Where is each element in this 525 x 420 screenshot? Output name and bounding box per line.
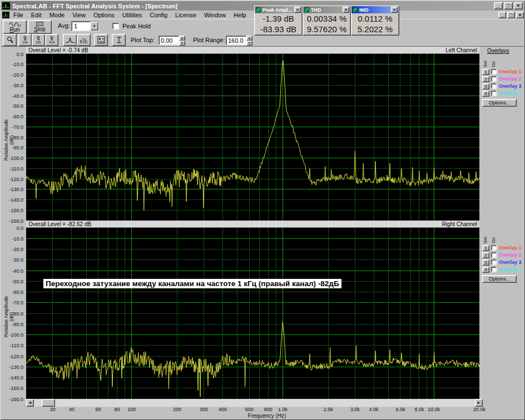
overlay-label: Overlay 4 [499, 91, 522, 96]
close-icon[interactable]: × [294, 7, 301, 13]
overlay-on-checkbox-4[interactable] [491, 91, 497, 96]
spectrum-plot-left-channel[interactable] [26, 54, 479, 221]
plot-top-spinner[interactable]: ▲ ▼ [179, 36, 185, 45]
meter-panel-imd: IMD×0.0112 %5.2022 % [351, 6, 399, 36]
menu-item-license[interactable]: License [171, 11, 200, 19]
y-tick-label: -20.0 [0, 72, 23, 78]
menu-item-options[interactable]: Options [90, 11, 118, 19]
scroll-left-icon[interactable]: ◄ [26, 399, 34, 407]
minimize-icon[interactable]: _ [494, 2, 503, 9]
x-tick-label: 200 [166, 407, 189, 412]
spectrum-trace [26, 322, 479, 397]
x-axis-title: Frequency (Hz) [236, 413, 298, 419]
overlay-row: 3Overlay 3 [482, 83, 524, 90]
spin-up-icon[interactable]: ▲ [179, 36, 185, 41]
marker-button[interactable] [112, 34, 126, 46]
spin-down-icon[interactable]: ▼ [179, 41, 185, 46]
menu-item-config[interactable]: Config [146, 11, 171, 19]
stop-button[interactable]: Stop [28, 20, 52, 34]
overlay-row: 3Overlay 3 [482, 259, 524, 266]
left-plot-header: Overall Level = -0.74 dB Left Channel [26, 47, 479, 54]
child-minimize-icon[interactable]: _ [498, 12, 506, 18]
y-tick-label: -70.0 [0, 124, 23, 130]
plot-top-input[interactable]: 0.00 [159, 36, 179, 45]
menu-item-window[interactable]: Window [200, 11, 230, 19]
run-button[interactable]: Run [3, 20, 27, 34]
overlay-options-button[interactable]: Options... [482, 99, 517, 107]
y-tick-label: -20.0 [0, 247, 23, 252]
meter-value-1: -1.39 dB [255, 13, 302, 24]
overlays-title: Overlays [487, 48, 509, 54]
notes-button[interactable] [94, 34, 108, 46]
overlay-set-button-2[interactable]: 2 [482, 76, 489, 82]
y-tick-label: -110.0 [0, 343, 23, 348]
y-tick-label: -90.0 [0, 145, 23, 151]
spin-up-icon[interactable]: ▲ [246, 36, 252, 41]
input-cal-button[interactable]: 12k [18, 34, 32, 46]
meter-value-1: 0.0112 % [351, 13, 399, 24]
overlay-on-checkbox-3[interactable] [491, 259, 497, 265]
menu-item-mode[interactable]: Mode [46, 11, 69, 19]
overlay-on-checkbox-1[interactable] [491, 245, 497, 251]
plot-range-label: Plot Range: [193, 37, 225, 43]
close-icon[interactable]: × [514, 2, 523, 9]
chevron-down-icon[interactable]: ▼ [90, 22, 98, 31]
overlay-options-button[interactable]: Options... [482, 275, 517, 283]
y-tick-label: 0.0 [0, 52, 23, 57]
overlay-set-button-3[interactable]: 3 [482, 259, 489, 266]
menu-item-view[interactable]: View [68, 11, 90, 19]
overlay-on-checkbox-4[interactable] [491, 267, 497, 272]
menu-item-utilities[interactable]: Utilities [118, 11, 146, 19]
menu-item-help[interactable]: Help [230, 11, 250, 19]
y-tick-label: -140.0 [0, 375, 23, 381]
peak-hold-checkbox[interactable] [112, 23, 119, 29]
overlay-on-checkbox-2[interactable] [491, 76, 497, 82]
overlay-label: Overlay 3 [499, 259, 522, 265]
spectrum-plot-right-channel[interactable] [26, 228, 479, 399]
h-scrollbar[interactable]: ◄ ► [26, 399, 483, 407]
child-restore-icon[interactable]: □ [507, 12, 515, 18]
overlay-on-checkbox-3[interactable] [491, 83, 497, 89]
on-column-label: On [491, 237, 496, 243]
overlay-set-button-1[interactable]: 1 [482, 245, 489, 251]
plot-range-input[interactable]: 160.0 [226, 36, 246, 45]
overlay-set-button-4[interactable]: 4 [482, 91, 489, 97]
overlay-label: Overlay 2 [499, 76, 522, 82]
overlay-set-button-3[interactable]: 3 [482, 83, 489, 89]
y-tick-label: -10.0 [0, 62, 23, 67]
overlay-set-button-1[interactable]: 1 [482, 69, 489, 75]
line-plot-button[interactable] [63, 34, 77, 46]
y-tick-label: -100.0 [0, 156, 23, 161]
meter-title-bar: THD× [303, 6, 350, 13]
scrollbar-thumb[interactable] [42, 399, 55, 407]
child-close-icon[interactable]: × [516, 12, 524, 18]
bar-plot-button[interactable] [77, 34, 91, 46]
spin-down-icon[interactable]: ▼ [246, 41, 252, 46]
bar-chart-icon [80, 37, 88, 44]
avg-select[interactable]: 1 ▼ [71, 21, 99, 31]
plot-range-spinner[interactable]: ▲ ▼ [246, 36, 252, 45]
y-tick-label: -50.0 [0, 103, 23, 109]
overlay-set-button-4[interactable]: 4 [482, 267, 489, 273]
scroll-right-icon[interactable]: ► [475, 399, 483, 407]
y-ticks-left: 0.0-10.0-20.0-30.0-40.0-50.0-60.0-70.0-8… [0, 54, 24, 221]
spectrum-trace [26, 61, 479, 210]
maximize-icon[interactable]: □ [504, 2, 513, 9]
x-tick-label: 40 [61, 407, 83, 412]
output-cal-button[interactable]: 12k [32, 34, 45, 46]
overlay-on-checkbox-1[interactable] [491, 69, 497, 74]
meter-panel-thd: THD×0.00334 %9.57620 % [303, 6, 351, 36]
y-tick-label: -40.0 [0, 268, 23, 274]
overlay-set-button-2[interactable]: 2 [482, 252, 489, 258]
zoom-button[interactable] [3, 34, 17, 46]
channel-label-right: Right Channel [442, 221, 477, 227]
full-cal-button[interactable]: Full [45, 34, 58, 46]
menu-item-file[interactable]: File [9, 11, 27, 19]
y-tick-label: -130.0 [0, 187, 23, 192]
key-icon [23, 36, 27, 41]
overlay-on-checkbox-2[interactable] [491, 252, 497, 258]
close-icon[interactable]: × [391, 7, 398, 13]
menu-item-edit[interactable]: Edit [27, 11, 46, 19]
close-icon[interactable]: × [343, 7, 349, 13]
y-tick-label: -120.0 [0, 354, 23, 359]
